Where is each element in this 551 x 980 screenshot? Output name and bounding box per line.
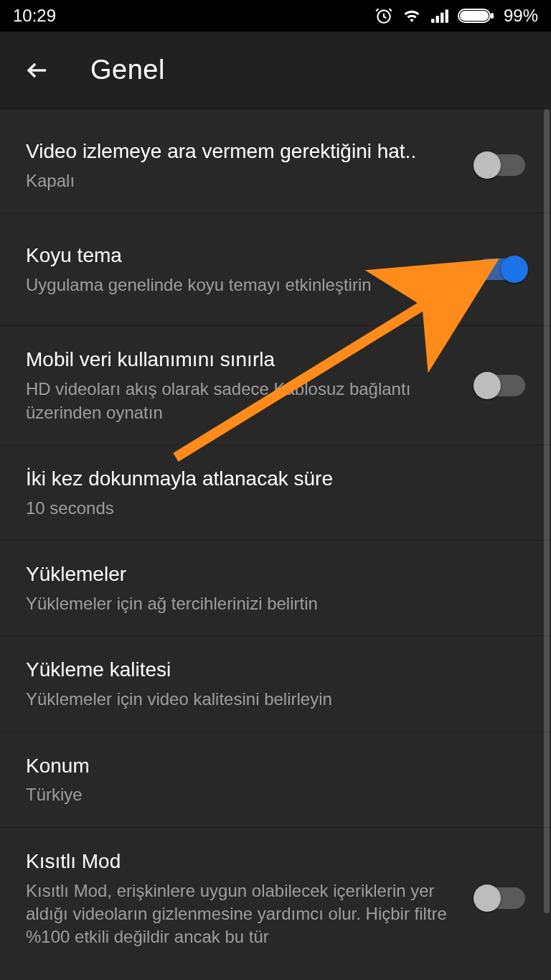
screen: 10:29 — [0, 0, 551, 980]
settings-list: Video izlemeye ara vermem gerektiğini ha… — [0, 109, 551, 969]
switch-restricted-mode[interactable] — [476, 887, 525, 909]
row-subtitle: Türkiye — [26, 783, 525, 806]
row-subtitle: Kısıtlı Mod, erişkinlere uygun olabilece… — [26, 879, 459, 949]
row-restricted-mode[interactable]: Kısıtlı Mod Kısıtlı Mod, erişkinlere uyg… — [0, 828, 551, 969]
switch-dark-theme[interactable] — [476, 258, 525, 280]
alarm-icon — [375, 6, 393, 25]
row-dark-theme[interactable]: Koyu tema Uygulama genelinde koyu temayı… — [0, 213, 551, 326]
svg-rect-2 — [436, 16, 439, 23]
row-upload-quality[interactable]: Yükleme kalitesi Yüklemeler için video k… — [0, 636, 551, 732]
row-location[interactable]: Konum Türkiye — [0, 732, 551, 828]
row-title: Kısıtlı Mod — [26, 848, 459, 875]
row-title: Konum — [26, 752, 525, 780]
row-limit-mobile-data[interactable]: Mobil veri kullanımını sınırla HD videol… — [0, 326, 551, 445]
battery-icon — [458, 7, 495, 24]
row-subtitle: Kapalı — [26, 169, 459, 192]
switch-remind-break[interactable] — [476, 154, 525, 176]
row-title: Koyu tema — [26, 242, 459, 269]
signal-icon — [430, 8, 449, 24]
row-title: Yüklemeler — [26, 561, 525, 588]
row-subtitle: Uygulama genelinde koyu temayı etkinleşt… — [26, 274, 459, 297]
row-remind-break[interactable]: Video izlemeye ara vermem gerektiğini ha… — [0, 109, 551, 213]
row-subtitle: 10 seconds — [26, 497, 525, 520]
row-title: Video izlemeye ara vermem gerektiğini ha… — [26, 138, 459, 165]
row-subtitle: HD videoları akış olarak sadece Kablosuz… — [26, 378, 459, 424]
row-title: İki kez dokunmayla atlanacak süre — [26, 465, 525, 493]
row-uploads[interactable]: Yüklemeler Yüklemeler için ağ tercihleri… — [0, 541, 551, 636]
svg-rect-7 — [491, 13, 494, 19]
row-title: Mobil veri kullanımını sınırla — [26, 346, 459, 373]
status-icons: 99% — [375, 6, 538, 26]
row-subtitle: Yüklemeler için ağ tercihlerinizi belirt… — [26, 592, 525, 615]
row-title: Yükleme kalitesi — [26, 656, 525, 683]
switch-limit-mobile-data[interactable] — [476, 375, 525, 396]
back-button[interactable] — [22, 55, 53, 86]
status-bar: 10:29 — [0, 0, 551, 32]
scrollbar[interactable] — [544, 109, 550, 913]
wifi-icon — [402, 8, 422, 24]
svg-rect-3 — [441, 13, 443, 23]
app-bar: Genel — [0, 32, 551, 109]
row-double-tap-seek[interactable]: İki kez dokunmayla atlanacak süre 10 sec… — [0, 445, 551, 541]
svg-rect-4 — [446, 9, 448, 22]
row-subtitle: Yüklemeler için video kalitesini belirle… — [26, 688, 525, 711]
svg-rect-6 — [460, 11, 489, 21]
status-time: 10:29 — [13, 6, 56, 26]
page-title: Genel — [90, 55, 165, 85]
battery-percent: 99% — [504, 6, 538, 26]
svg-rect-1 — [431, 19, 434, 22]
